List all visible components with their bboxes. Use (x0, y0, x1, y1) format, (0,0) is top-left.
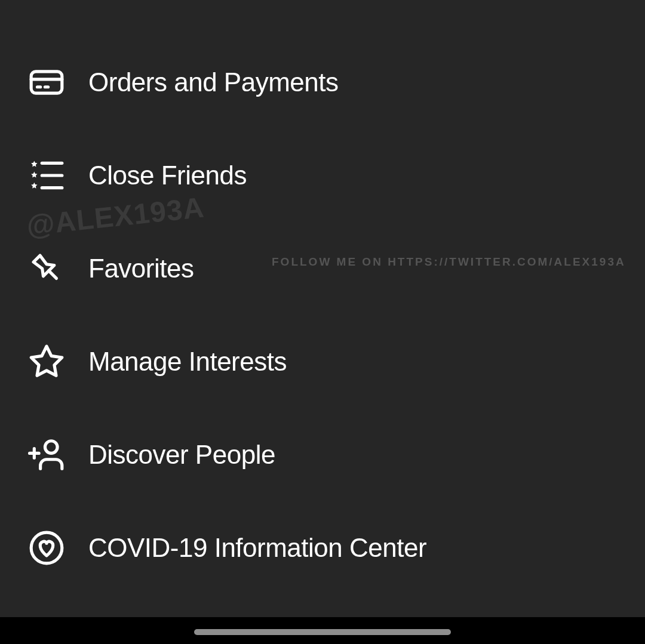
svg-marker-8 (31, 183, 37, 189)
menu-item-manage-interests[interactable]: Manage Interests (0, 315, 645, 408)
svg-point-15 (31, 532, 62, 563)
menu-item-orders-payments[interactable]: Orders and Payments (0, 36, 645, 129)
menu-item-covid-info[interactable]: COVID-19 Information Center (0, 501, 645, 594)
star-outline-icon (26, 341, 67, 382)
svg-rect-0 (31, 72, 62, 93)
menu-item-close-friends[interactable]: Close Friends (0, 129, 645, 222)
svg-marker-11 (31, 346, 62, 375)
pushpin-icon (26, 248, 67, 289)
menu-item-favorites[interactable]: Favorites (0, 222, 645, 315)
heart-circle-icon (26, 528, 67, 568)
settings-menu: Orders and Payments Close Friends (0, 0, 645, 644)
settings-panel: @ALEX193A FOLLOW ME ON HTTPS://TWITTER.C… (0, 0, 645, 617)
menu-item-label: Favorites (88, 254, 194, 284)
menu-item-label: Close Friends (88, 161, 247, 190)
credit-card-icon (26, 62, 67, 103)
home-indicator[interactable] (194, 629, 451, 635)
menu-item-label: Orders and Payments (88, 67, 338, 97)
svg-point-12 (45, 441, 57, 454)
star-list-icon (26, 155, 67, 196)
svg-line-10 (49, 271, 57, 279)
menu-item-label: Discover People (88, 440, 275, 470)
add-person-icon (26, 435, 67, 475)
svg-marker-4 (31, 161, 37, 167)
svg-marker-6 (31, 172, 37, 178)
system-bottom-bar (0, 617, 645, 644)
menu-item-label: Manage Interests (88, 347, 287, 377)
menu-item-label: COVID-19 Information Center (88, 533, 426, 563)
menu-item-discover-people[interactable]: Discover People (0, 408, 645, 501)
